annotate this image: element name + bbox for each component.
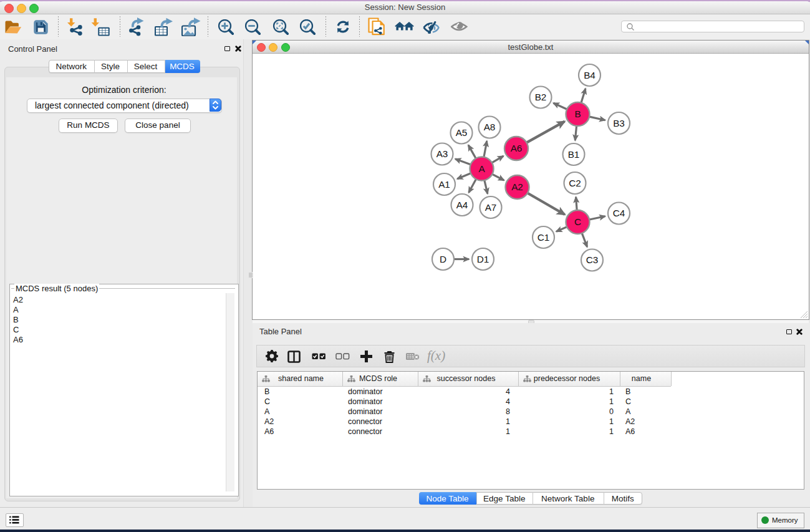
- svg-text:A5: A5: [456, 127, 468, 138]
- svg-text:A4: A4: [456, 200, 468, 210]
- svg-text:C: C: [574, 216, 581, 227]
- svg-text:A2: A2: [511, 181, 523, 192]
- svg-text:C2: C2: [569, 178, 581, 188]
- svg-text:D: D: [440, 254, 446, 264]
- svg-text:C4: C4: [613, 208, 625, 218]
- svg-text:A1: A1: [438, 179, 450, 190]
- svg-text:C1: C1: [538, 232, 550, 243]
- svg-text:D1: D1: [477, 254, 489, 264]
- svg-text:A6: A6: [511, 143, 523, 153]
- svg-text:A8: A8: [484, 122, 496, 132]
- svg-text:B: B: [574, 109, 581, 119]
- svg-text:B1: B1: [568, 149, 580, 160]
- svg-text:A: A: [478, 163, 485, 174]
- svg-text:B2: B2: [535, 92, 547, 102]
- svg-text:B3: B3: [613, 118, 625, 128]
- svg-text:C3: C3: [586, 254, 599, 265]
- svg-text:A7: A7: [485, 202, 497, 213]
- svg-text:A3: A3: [436, 148, 448, 159]
- svg-text:B4: B4: [584, 70, 595, 80]
